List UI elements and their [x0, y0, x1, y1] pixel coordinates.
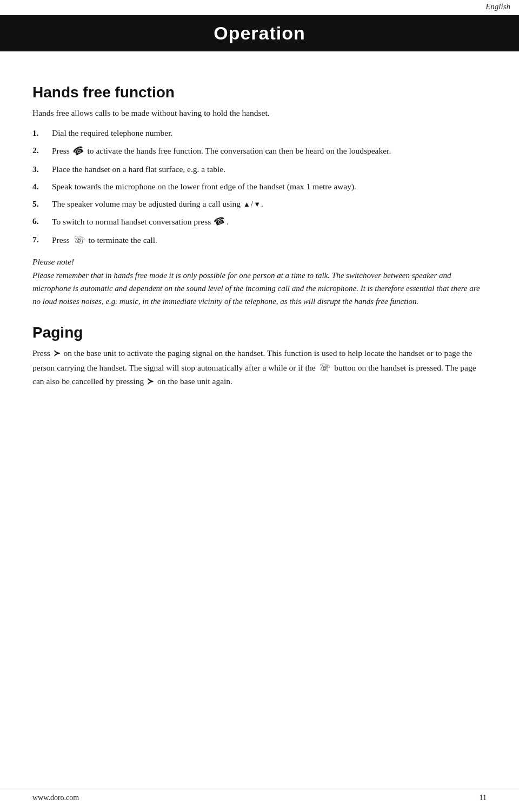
step-text-after: .	[261, 199, 263, 208]
list-item: 4. Speak towards the microphone on the l…	[32, 180, 487, 193]
step-text-before: The speaker volume may be adjusted durin…	[52, 199, 241, 208]
list-item: 5. The speaker volume may be adjusted du…	[32, 197, 487, 210]
main-content: Hands free function Hands free allows ca…	[0, 51, 519, 421]
paging-body: Press ≻ on the base unit to activate the…	[32, 347, 487, 388]
paging-section-title: Paging	[32, 324, 487, 341]
step-content: Dial the required telephone number.	[52, 127, 487, 140]
footer-url: www.doro.com	[32, 794, 79, 802]
step-content: Press ☎ to activate the hands free funct…	[52, 144, 487, 158]
step-text-after: to terminate the call.	[88, 235, 157, 245]
handset-down-icon: ☏	[72, 232, 85, 248]
step-number: 7.	[32, 233, 52, 247]
step-number: 3.	[32, 163, 52, 176]
up-arrow-icon: ▲	[243, 199, 250, 210]
please-note-title: Please note!	[32, 257, 487, 267]
step-content: The speaker volume may be adjusted durin…	[52, 197, 487, 210]
paging-icon: ≻	[54, 347, 61, 360]
list-item: 7. Press ☏ to terminate the call.	[32, 233, 487, 247]
paging-text-before-icon1: Press	[32, 348, 50, 358]
step-text-after: to activate the hands free function. The…	[87, 146, 391, 155]
please-note-body: Please remember that in hands free mode …	[32, 269, 487, 308]
header-bar: Operation	[0, 15, 519, 51]
hands-free-intro: Hands free allows calls to be made witho…	[32, 107, 487, 119]
step-number: 2.	[32, 144, 52, 158]
step-content: To switch to normal handset conversation…	[52, 215, 487, 229]
step-text-before: Press	[52, 146, 70, 155]
hands-free-steps: 1. Dial the required telephone number. 2…	[32, 127, 487, 247]
paging-icon-2: ≻	[147, 375, 154, 388]
step-content: Place the handset on a hard flat surface…	[52, 163, 487, 176]
footer-page-number: 11	[480, 794, 487, 802]
step-number: 1.	[32, 127, 52, 140]
hands-free-section-title: Hands free function	[32, 84, 487, 101]
down-arrow-icon: ▼	[254, 199, 261, 210]
handset-icon-inline: ☏	[318, 360, 331, 376]
step-number: 5.	[32, 197, 52, 210]
step-number: 6.	[32, 215, 52, 229]
language-label: English	[485, 2, 510, 11]
step-content: Speak towards the microphone on the lowe…	[52, 180, 487, 193]
list-item: 1. Dial the required telephone number.	[32, 127, 487, 140]
list-item: 2. Press ☎ to activate the hands free fu…	[32, 144, 487, 158]
list-item: 6. To switch to normal handset conversat…	[32, 215, 487, 229]
page-title: Operation	[11, 23, 508, 44]
list-item: 3. Place the handset on a hard flat surf…	[32, 163, 487, 176]
handset-up-icon: ☎	[70, 142, 86, 160]
handset-up-icon: ☎	[212, 213, 228, 230]
footer: www.doro.com 11	[0, 789, 519, 802]
step-text-before: To switch to normal handset conversation…	[52, 217, 211, 226]
step-content: Press ☏ to terminate the call.	[52, 233, 487, 247]
step-number: 4.	[32, 180, 52, 193]
please-note-block: Please note! Please remember that in han…	[32, 257, 487, 308]
step-text-before: Press	[52, 235, 70, 245]
paging-text-end: on the base unit again.	[157, 377, 232, 386]
